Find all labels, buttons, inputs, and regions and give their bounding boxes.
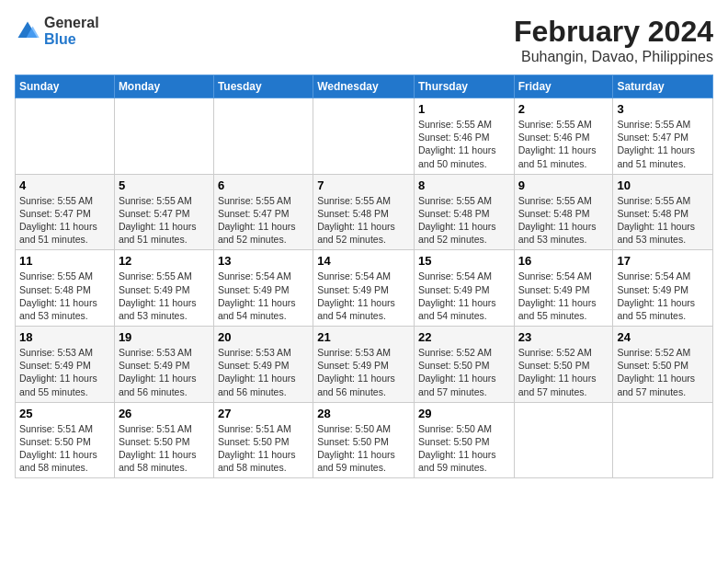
day-number: 14	[317, 254, 410, 268]
day-number: 20	[218, 330, 309, 344]
calendar-cell	[213, 98, 313, 175]
page-header: General Blue February 2024 Buhangin, Dav…	[15, 15, 713, 65]
day-number: 15	[418, 254, 510, 268]
day-info: Sunrise: 5:52 AMSunset: 5:50 PMDaylight:…	[518, 346, 609, 398]
day-number: 2	[518, 102, 609, 116]
col-monday: Monday	[114, 75, 213, 98]
day-number: 10	[617, 178, 709, 192]
day-info: Sunrise: 5:54 AMSunset: 5:49 PMDaylight:…	[617, 270, 709, 322]
day-info: Sunrise: 5:51 AMSunset: 5:50 PMDaylight:…	[218, 422, 309, 475]
day-info: Sunrise: 5:55 AMSunset: 5:47 PMDaylight:…	[119, 194, 210, 247]
day-number: 19	[119, 330, 210, 344]
day-number: 17	[617, 254, 709, 268]
calendar-week-4: 18Sunrise: 5:53 AMSunset: 5:49 PMDayligh…	[16, 327, 713, 403]
calendar-cell: 16Sunrise: 5:54 AMSunset: 5:49 PMDayligh…	[514, 250, 613, 327]
col-sunday: Sunday	[16, 75, 115, 98]
calendar-cell	[114, 98, 213, 175]
day-info: Sunrise: 5:55 AMSunset: 5:48 PMDaylight:…	[617, 194, 709, 247]
calendar-week-3: 11Sunrise: 5:55 AMSunset: 5:48 PMDayligh…	[16, 250, 713, 327]
calendar-cell: 4Sunrise: 5:55 AMSunset: 5:47 PMDaylight…	[16, 174, 115, 250]
day-number: 13	[218, 254, 309, 268]
calendar-cell	[613, 402, 713, 478]
calendar-cell: 1Sunrise: 5:55 AMSunset: 5:46 PMDaylight…	[414, 98, 514, 175]
day-info: Sunrise: 5:50 AMSunset: 5:50 PMDaylight:…	[317, 422, 410, 475]
calendar-cell: 22Sunrise: 5:52 AMSunset: 5:50 PMDayligh…	[414, 327, 514, 403]
day-info: Sunrise: 5:55 AMSunset: 5:48 PMDaylight:…	[418, 194, 510, 247]
day-info: Sunrise: 5:53 AMSunset: 5:49 PMDaylight:…	[19, 346, 110, 398]
day-number: 7	[317, 178, 410, 192]
day-info: Sunrise: 5:55 AMSunset: 5:47 PMDaylight:…	[218, 194, 309, 247]
calendar-cell: 8Sunrise: 5:55 AMSunset: 5:48 PMDaylight…	[414, 174, 514, 250]
calendar-cell	[313, 98, 415, 175]
day-number: 23	[518, 330, 609, 344]
calendar-cell: 6Sunrise: 5:55 AMSunset: 5:47 PMDaylight…	[213, 174, 313, 250]
day-info: Sunrise: 5:52 AMSunset: 5:50 PMDaylight:…	[418, 346, 510, 398]
day-info: Sunrise: 5:55 AMSunset: 5:48 PMDaylight:…	[518, 194, 609, 247]
calendar-cell: 15Sunrise: 5:54 AMSunset: 5:49 PMDayligh…	[414, 250, 514, 327]
calendar-cell: 25Sunrise: 5:51 AMSunset: 5:50 PMDayligh…	[16, 402, 115, 478]
calendar-header-row: Sunday Monday Tuesday Wednesday Thursday…	[16, 75, 713, 98]
calendar-cell: 29Sunrise: 5:50 AMSunset: 5:50 PMDayligh…	[414, 402, 514, 478]
col-thursday: Thursday	[414, 75, 514, 98]
calendar-cell: 7Sunrise: 5:55 AMSunset: 5:48 PMDaylight…	[313, 174, 415, 250]
day-number: 12	[119, 254, 210, 268]
day-number: 16	[518, 254, 609, 268]
day-info: Sunrise: 5:53 AMSunset: 5:49 PMDaylight:…	[218, 346, 309, 398]
col-friday: Friday	[514, 75, 613, 98]
day-number: 11	[19, 254, 110, 268]
calendar-cell: 2Sunrise: 5:55 AMSunset: 5:46 PMDaylight…	[514, 98, 613, 175]
calendar-week-2: 4Sunrise: 5:55 AMSunset: 5:47 PMDaylight…	[16, 174, 713, 250]
day-info: Sunrise: 5:54 AMSunset: 5:49 PMDaylight:…	[518, 270, 609, 322]
day-number: 21	[317, 330, 410, 344]
logo-icon	[15, 18, 40, 44]
day-number: 29	[418, 407, 510, 420]
calendar-cell	[16, 98, 115, 175]
calendar-cell: 19Sunrise: 5:53 AMSunset: 5:49 PMDayligh…	[114, 327, 213, 403]
day-info: Sunrise: 5:55 AMSunset: 5:47 PMDaylight:…	[19, 194, 110, 247]
col-wednesday: Wednesday	[313, 75, 415, 98]
day-info: Sunrise: 5:54 AMSunset: 5:49 PMDaylight:…	[317, 270, 410, 322]
calendar-cell: 20Sunrise: 5:53 AMSunset: 5:49 PMDayligh…	[213, 327, 313, 403]
day-number: 18	[19, 330, 110, 344]
day-info: Sunrise: 5:55 AMSunset: 5:46 PMDaylight:…	[518, 118, 609, 170]
calendar-cell: 12Sunrise: 5:55 AMSunset: 5:49 PMDayligh…	[114, 250, 213, 327]
day-info: Sunrise: 5:50 AMSunset: 5:50 PMDaylight:…	[418, 422, 510, 475]
day-number: 28	[317, 407, 410, 420]
calendar-cell: 14Sunrise: 5:54 AMSunset: 5:49 PMDayligh…	[313, 250, 415, 327]
calendar-cell: 18Sunrise: 5:53 AMSunset: 5:49 PMDayligh…	[16, 327, 115, 403]
day-info: Sunrise: 5:53 AMSunset: 5:49 PMDaylight:…	[317, 346, 410, 398]
calendar-week-1: 1Sunrise: 5:55 AMSunset: 5:46 PMDaylight…	[16, 98, 713, 175]
col-tuesday: Tuesday	[213, 75, 313, 98]
calendar-table: Sunday Monday Tuesday Wednesday Thursday…	[15, 75, 713, 478]
day-info: Sunrise: 5:55 AMSunset: 5:48 PMDaylight:…	[317, 194, 410, 247]
day-info: Sunrise: 5:51 AMSunset: 5:50 PMDaylight:…	[19, 422, 110, 475]
day-info: Sunrise: 5:54 AMSunset: 5:49 PMDaylight:…	[418, 270, 510, 322]
day-number: 24	[617, 330, 709, 344]
calendar-cell: 28Sunrise: 5:50 AMSunset: 5:50 PMDayligh…	[313, 402, 415, 478]
calendar-week-5: 25Sunrise: 5:51 AMSunset: 5:50 PMDayligh…	[16, 402, 713, 478]
page-subtitle: Buhangin, Davao, Philippines	[514, 49, 713, 65]
day-number: 25	[19, 407, 110, 420]
day-number: 26	[119, 407, 210, 420]
day-number: 4	[19, 178, 110, 192]
calendar-cell: 10Sunrise: 5:55 AMSunset: 5:48 PMDayligh…	[613, 174, 713, 250]
calendar-cell: 3Sunrise: 5:55 AMSunset: 5:47 PMDaylight…	[613, 98, 713, 175]
day-number: 8	[418, 178, 510, 192]
calendar-cell: 24Sunrise: 5:52 AMSunset: 5:50 PMDayligh…	[613, 327, 713, 403]
day-info: Sunrise: 5:52 AMSunset: 5:50 PMDaylight:…	[617, 346, 709, 398]
page-title: February 2024	[514, 15, 713, 49]
col-saturday: Saturday	[613, 75, 713, 98]
day-number: 3	[617, 102, 709, 116]
calendar-cell: 23Sunrise: 5:52 AMSunset: 5:50 PMDayligh…	[514, 327, 613, 403]
calendar-cell: 13Sunrise: 5:54 AMSunset: 5:49 PMDayligh…	[213, 250, 313, 327]
calendar-cell: 26Sunrise: 5:51 AMSunset: 5:50 PMDayligh…	[114, 402, 213, 478]
day-number: 27	[218, 407, 309, 420]
day-info: Sunrise: 5:55 AMSunset: 5:46 PMDaylight:…	[418, 118, 510, 170]
logo-line1: General	[44, 15, 99, 31]
day-info: Sunrise: 5:51 AMSunset: 5:50 PMDaylight:…	[119, 422, 210, 475]
day-info: Sunrise: 5:55 AMSunset: 5:47 PMDaylight:…	[617, 118, 709, 170]
day-number: 1	[418, 102, 510, 116]
calendar-cell: 11Sunrise: 5:55 AMSunset: 5:48 PMDayligh…	[16, 250, 115, 327]
calendar-cell: 21Sunrise: 5:53 AMSunset: 5:49 PMDayligh…	[313, 327, 415, 403]
day-info: Sunrise: 5:55 AMSunset: 5:49 PMDaylight:…	[119, 270, 210, 322]
